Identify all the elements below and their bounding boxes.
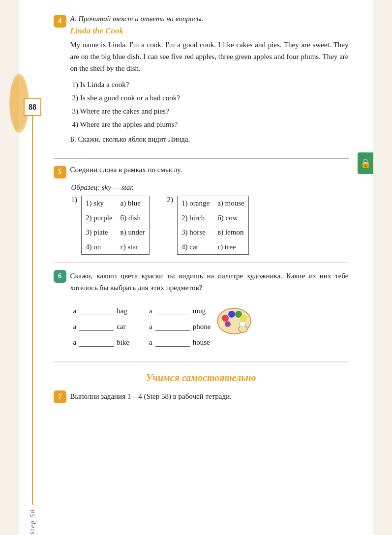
g1a3: в) under bbox=[117, 225, 149, 240]
svg-point-5 bbox=[240, 315, 247, 322]
task-5: 5 Соедини слова в рамках по смыслу. Обра… bbox=[54, 166, 349, 255]
task-6: 6 Скажи, какого цвета краски ты видишь н… bbox=[54, 270, 349, 350]
step-label: Step 58 bbox=[29, 509, 36, 535]
g1w1: 1) sky bbox=[82, 196, 117, 211]
task-7: 7 Выполни задания 1—4 (Step 58) в рабоче… bbox=[54, 390, 349, 403]
palette-icon bbox=[215, 303, 255, 335]
questions-list: 1) Is Linda a cook? 2) Is she a good coo… bbox=[72, 78, 349, 131]
blank-car[interactable] bbox=[79, 322, 114, 331]
matching-container: 1) 1) sky a) blue 2) purple б) dish 3) p… bbox=[71, 196, 349, 255]
fill-prefix-bag: a bbox=[73, 303, 77, 318]
fill-prefix-house: a bbox=[149, 335, 152, 350]
task-4-section-b: Б. Скажи, сколько яблок видит Линда. bbox=[70, 135, 349, 144]
green-lock-button[interactable]: 🔒 bbox=[358, 152, 373, 174]
task-4-section-a: А. Прочитай текст и ответь на вопросы. bbox=[70, 15, 349, 23]
self-study-header: Учимся самостоятельно bbox=[54, 361, 349, 384]
task-4: 4 А. Прочитай текст и ответь на вопросы.… bbox=[54, 15, 349, 151]
svg-point-2 bbox=[222, 315, 229, 322]
fill-word-mug: mug bbox=[193, 303, 206, 318]
question-2: 2) Is she a good cook or a bad cook? bbox=[72, 91, 349, 105]
match-table-2: 1) orange a) mouse 2) birch б) cow 3) ho… bbox=[177, 196, 249, 255]
fill-item-car: a car bbox=[73, 319, 130, 334]
group2-num: 2) bbox=[167, 196, 174, 204]
g2a3: в) lemon bbox=[213, 225, 248, 240]
fill-word-car: car bbox=[117, 319, 125, 334]
fill-item-bag: a bag bbox=[73, 303, 130, 318]
question-1: 1) Is Linda a cook? bbox=[72, 78, 349, 91]
fill-item-mug: a mug bbox=[149, 303, 211, 318]
g1w3: 3) plate bbox=[82, 225, 117, 240]
g2w2: 2) birch bbox=[178, 211, 214, 226]
question-3: 3) Where are the cakes and pies? bbox=[72, 105, 349, 118]
fill-col-1: a bag a car a bike bbox=[73, 303, 130, 350]
example-text: Образец: sky — star. bbox=[71, 183, 349, 192]
blank-bike[interactable] bbox=[79, 338, 114, 347]
svg-point-6 bbox=[240, 321, 245, 327]
g1a1: a) blue bbox=[117, 196, 149, 211]
g2w4: 4) cat bbox=[178, 240, 214, 255]
task-4-badge: 4 bbox=[54, 15, 66, 28]
g1w4: 4) on bbox=[82, 240, 117, 255]
fill-word-bike: bike bbox=[117, 335, 129, 350]
page-number: 88 bbox=[24, 98, 41, 116]
fill-word-phone: phone bbox=[193, 319, 211, 334]
fill-col-2: a mug a phone a house bbox=[149, 303, 211, 350]
g2a2: б) cow bbox=[213, 211, 248, 226]
g1a4: г) star bbox=[117, 240, 149, 255]
g2a1: a) mouse bbox=[213, 196, 248, 211]
blank-mug[interactable] bbox=[155, 306, 190, 315]
g2w1: 1) orange bbox=[178, 196, 214, 211]
svg-point-3 bbox=[228, 311, 235, 318]
fill-prefix-car: a bbox=[73, 319, 77, 334]
g1w2: 2) purple bbox=[82, 211, 117, 226]
g1a2: б) dish bbox=[117, 211, 149, 226]
task-6-instruction: Скажи, какого цвета краски ты видишь на … bbox=[70, 270, 349, 294]
match-table-1: 1) sky a) blue 2) purple б) dish 3) plat… bbox=[81, 196, 150, 255]
question-4: 4) Where are the apples and plums? bbox=[72, 118, 349, 131]
lock-icon: 🔒 bbox=[360, 158, 371, 169]
matching-group-1: 1) 1) sky a) blue 2) purple б) dish 3) p… bbox=[71, 196, 150, 255]
blank-bag[interactable] bbox=[79, 306, 114, 315]
story-title: Linda the Cook bbox=[70, 26, 349, 36]
fill-word-bag: bag bbox=[117, 303, 127, 318]
task-5-instruction: Соедини слова в рамках по смыслу. bbox=[70, 166, 349, 174]
blank-phone[interactable] bbox=[155, 322, 190, 331]
fill-area: a bag a car a bike bbox=[73, 303, 211, 350]
g2a4: г) tree bbox=[213, 240, 248, 255]
svg-point-7 bbox=[225, 321, 231, 327]
task-7-instruction: Выполни задания 1—4 (Step 58) в рабочей … bbox=[70, 390, 349, 402]
fill-prefix-mug: a bbox=[149, 303, 152, 318]
task-5-badge: 5 bbox=[54, 166, 66, 178]
fill-item-phone: a phone bbox=[149, 319, 211, 334]
matching-group-2: 2) 1) orange a) mouse 2) birch б) cow 3)… bbox=[167, 196, 249, 255]
task-6-header: 6 Скажи, какого цвета краски ты видишь н… bbox=[54, 270, 349, 298]
fill-prefix-bike: a bbox=[73, 335, 77, 350]
task-7-badge: 7 bbox=[54, 390, 66, 403]
story-text: My name is Linda. I'm a cook. I'm a good… bbox=[70, 39, 349, 74]
fill-item-bike: a bike bbox=[73, 335, 130, 350]
group1-num: 1) bbox=[71, 196, 78, 204]
fill-item-house: a house bbox=[149, 335, 211, 350]
task-6-badge: 6 bbox=[54, 270, 66, 283]
blank-house[interactable] bbox=[155, 338, 190, 347]
g2w3: 3) horse bbox=[178, 225, 214, 240]
palette-icon-area bbox=[215, 303, 255, 335]
fill-word-house: house bbox=[193, 335, 210, 350]
task-5-header: 5 Соедини слова в рамках по смыслу. bbox=[54, 166, 349, 178]
fill-prefix-phone: a bbox=[149, 319, 152, 334]
